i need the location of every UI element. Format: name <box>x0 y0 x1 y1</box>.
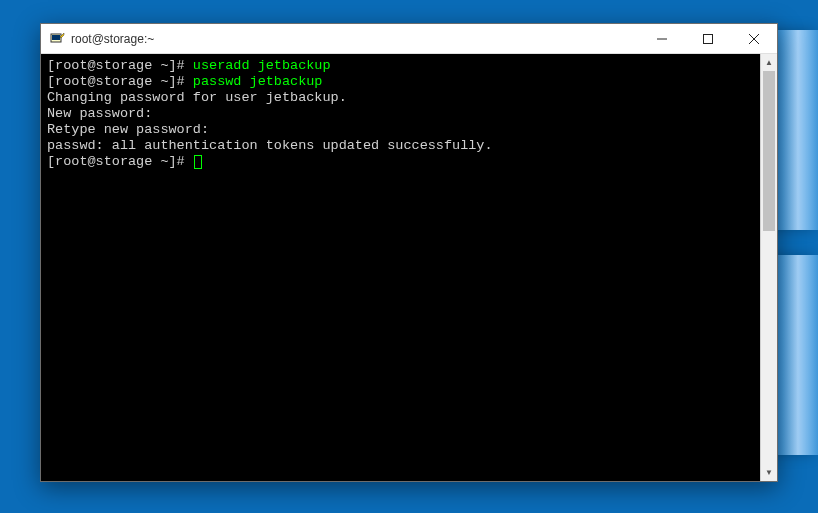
scroll-track[interactable] <box>761 71 777 464</box>
shell-prompt: [root@storage ~]# <box>47 58 193 73</box>
scroll-thumb[interactable] <box>763 71 775 231</box>
shell-prompt: [root@storage ~]# <box>47 154 193 169</box>
terminal-line: [root@storage ~]# <box>47 154 754 170</box>
scrollbar[interactable]: ▲ ▼ <box>760 54 777 481</box>
terminal-line: Retype new password: <box>47 122 754 138</box>
titlebar[interactable]: root@storage:~ <box>41 24 777 54</box>
terminal-window: root@storage:~ [root@storage ~]# useradd… <box>40 23 778 482</box>
shell-command: passwd jetbackup <box>193 74 323 89</box>
terminal-line: [root@storage ~]# passwd jetbackup <box>47 74 754 90</box>
close-button[interactable] <box>731 24 777 53</box>
scroll-up-arrow[interactable]: ▲ <box>761 54 777 71</box>
terminal-line: [root@storage ~]# useradd jetbackup <box>47 58 754 74</box>
terminal-output[interactable]: [root@storage ~]# useradd jetbackup[root… <box>41 54 760 481</box>
terminal-line: Changing password for user jetbackup. <box>47 90 754 106</box>
window-controls <box>639 24 777 53</box>
terminal-line: New password: <box>47 106 754 122</box>
shell-command: useradd jetbackup <box>193 58 331 73</box>
cursor <box>194 155 202 169</box>
terminal-area: [root@storage ~]# useradd jetbackup[root… <box>41 54 777 481</box>
scroll-down-arrow[interactable]: ▼ <box>761 464 777 481</box>
svg-rect-1 <box>52 35 60 40</box>
putty-icon <box>49 31 65 47</box>
minimize-button[interactable] <box>639 24 685 53</box>
maximize-button[interactable] <box>685 24 731 53</box>
terminal-line: passwd: all authentication tokens update… <box>47 138 754 154</box>
svg-rect-3 <box>704 34 713 43</box>
window-title: root@storage:~ <box>71 32 639 46</box>
shell-prompt: [root@storage ~]# <box>47 74 193 89</box>
